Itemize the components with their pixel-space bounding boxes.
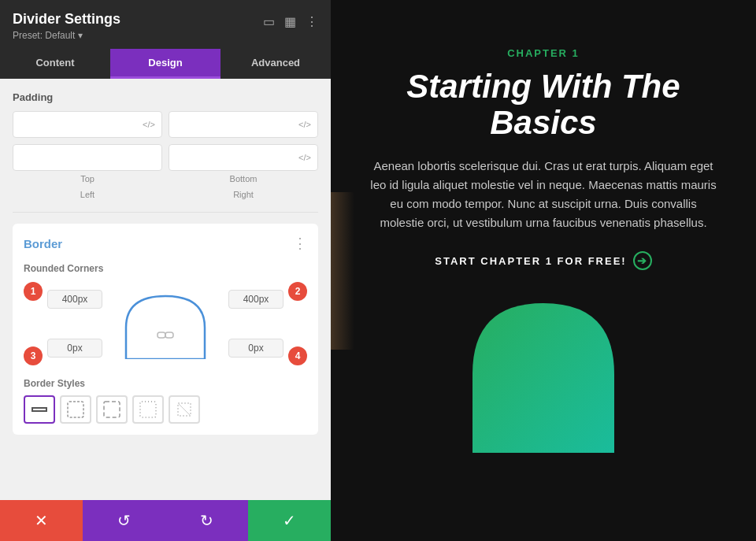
- border-style-dotted[interactable]: [132, 395, 164, 424]
- svg-rect-0: [158, 332, 165, 338]
- redo-icon: ↻: [200, 511, 213, 530]
- cta-circle-icon: ➔: [633, 251, 652, 270]
- label-left: Left: [13, 190, 162, 199]
- border-style-none[interactable]: [169, 395, 200, 424]
- link-icon-right: </>: [298, 153, 311, 162]
- panel-footer: ✕ ↺ ↻ ✓: [0, 500, 331, 541]
- corner-bottom-left-input[interactable]: [47, 339, 102, 358]
- padding-left-input[interactable]: [20, 152, 101, 163]
- tab-content[interactable]: Content: [0, 49, 110, 79]
- cancel-icon: ✕: [35, 511, 48, 530]
- fullscreen-icon[interactable]: ▭: [263, 14, 275, 29]
- more-icon[interactable]: ⋮: [306, 14, 318, 29]
- padding-right-field[interactable]: </>: [169, 144, 318, 171]
- panel-header-icons: ▭ ▦ ⋮: [263, 14, 318, 29]
- rounded-corners-label: Rounded Corners: [24, 263, 307, 274]
- cta-link[interactable]: START CHAPTER 1 FOR FREE! ➔: [435, 251, 651, 270]
- padding-bottom-field[interactable]: </>: [169, 111, 318, 138]
- cta-text: START CHAPTER 1 FOR FREE!: [435, 255, 626, 267]
- label-bottom: Bottom: [169, 174, 318, 183]
- border-styles-label: Border Styles: [24, 378, 307, 389]
- confirm-icon: ✓: [283, 511, 296, 530]
- label-right: Right: [169, 190, 318, 199]
- tabs: Content Design Advanced: [0, 49, 331, 79]
- corner-badge-4: 4: [288, 346, 307, 365]
- svg-line-8: [179, 404, 190, 415]
- corner-badge-1: 1: [24, 282, 43, 301]
- panel-preset[interactable]: Preset: Default ▾: [13, 30, 120, 41]
- padding-label: Padding: [13, 91, 318, 103]
- corner-top-left-input[interactable]: [47, 290, 102, 309]
- svg-rect-5: [104, 402, 120, 417]
- settings-panel: Divider Settings Preset: Default ▾ ▭ ▦ ⋮…: [0, 0, 331, 541]
- padding-grid: </> </> </>: [13, 111, 318, 171]
- panel-body: Padding </> </> </> Top Bottom Left Righ…: [0, 79, 331, 500]
- main-title: Starting With The Basics: [370, 69, 717, 141]
- padding-labels: Top Bottom Left Right: [13, 174, 318, 199]
- border-style-dashed2[interactable]: [96, 395, 128, 424]
- redo-button[interactable]: ↻: [165, 500, 248, 541]
- padding-top-input[interactable]: [20, 119, 101, 130]
- arch-shape-svg: [457, 295, 630, 453]
- corner-top-right-input[interactable]: [228, 290, 284, 309]
- padding-right-input[interactable]: [176, 152, 257, 163]
- svg-rect-1: [165, 332, 173, 338]
- corner-badge-2: 2: [288, 282, 307, 301]
- border-style-solid[interactable]: [24, 395, 55, 424]
- padding-bottom-input[interactable]: [176, 119, 257, 130]
- svg-rect-4: [68, 402, 83, 417]
- border-preview-svg: [118, 288, 213, 359]
- border-styles-row: [24, 395, 307, 424]
- border-title: Border: [24, 237, 62, 250]
- link-icon-bottom: </>: [298, 120, 311, 129]
- border-more-icon[interactable]: ⋮: [293, 235, 307, 252]
- link-icon-top: </>: [143, 120, 155, 129]
- content-area: CHAPTER 1 Starting With The Basics Aenea…: [331, 0, 756, 541]
- chapter-label: CHAPTER 1: [507, 47, 580, 59]
- reset-button[interactable]: ↺: [83, 500, 165, 541]
- padding-left-field[interactable]: [13, 144, 162, 171]
- border-section: Border ⋮ Rounded Corners 1 2 3 4: [13, 224, 318, 435]
- label-top: Top: [13, 174, 162, 183]
- tab-advanced[interactable]: Advanced: [220, 49, 331, 79]
- confirm-button[interactable]: ✓: [248, 500, 331, 541]
- tab-design[interactable]: Design: [110, 49, 220, 79]
- svg-rect-3: [32, 408, 46, 411]
- svg-rect-6: [140, 402, 156, 417]
- panel-header: Divider Settings Preset: Default ▾ ▭ ▦ ⋮: [0, 0, 331, 49]
- border-style-dashed1[interactable]: [60, 395, 91, 424]
- description: Aenean lobortis scelerisque dui. Cras ut…: [370, 157, 717, 232]
- layout-icon[interactable]: ▦: [284, 14, 296, 29]
- border-header: Border ⋮: [24, 235, 307, 252]
- cancel-button[interactable]: ✕: [0, 500, 83, 541]
- photo-hint: [331, 192, 354, 350]
- corner-bottom-right-input[interactable]: [228, 339, 284, 358]
- padding-top-field[interactable]: </>: [13, 111, 162, 138]
- panel-title: Divider Settings: [13, 11, 120, 28]
- reset-icon: ↺: [117, 511, 131, 530]
- divider: [13, 212, 318, 213]
- corner-badge-3: 3: [24, 346, 43, 365]
